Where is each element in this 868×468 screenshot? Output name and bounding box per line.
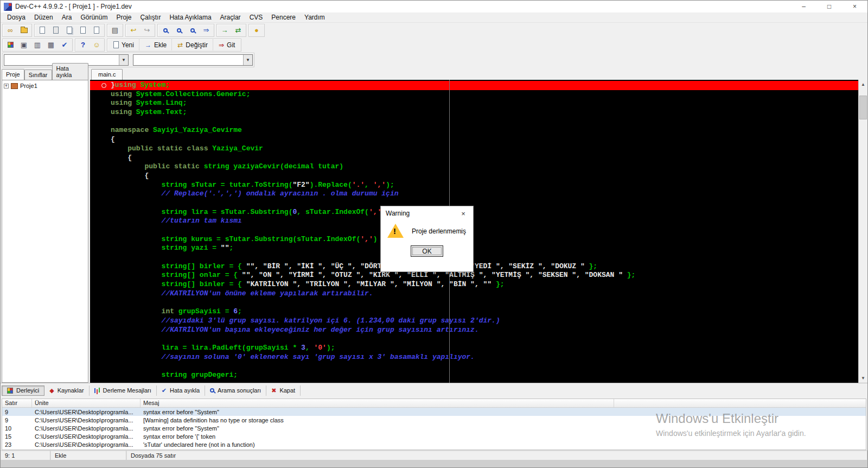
dialog-titlebar[interactable]: Warning × xyxy=(381,206,473,220)
menu-çalıştır[interactable]: Çalıştır xyxy=(136,12,165,22)
code-line[interactable]: using System.Text; xyxy=(111,108,858,117)
chevron-down-icon[interactable]: ▼ xyxy=(243,55,252,65)
code-line[interactable]: //KATRİLYON'un başına ekleyeceğiniz her … xyxy=(111,326,858,335)
menu-görünüm[interactable]: Görünüm xyxy=(76,12,112,22)
code-line[interactable]: string sTutar = tutar.ToString("F2").Rep… xyxy=(111,181,858,190)
copy-pages-button[interactable] xyxy=(63,24,76,36)
code-line[interactable]: string grupDegeri; xyxy=(111,371,858,380)
column-header-ünite[interactable]: Ünite xyxy=(32,399,141,407)
table-row[interactable]: 10C:\Users\USER\Desktop\programla...synt… xyxy=(2,424,866,432)
code-line[interactable]: //sayının soluna '0' eklenerek sayı 'gru… xyxy=(111,353,858,362)
close-page-button[interactable] xyxy=(76,24,90,36)
scroll-up-icon[interactable]: ▲ xyxy=(859,80,867,89)
code-line[interactable] xyxy=(111,117,858,127)
bottom-tab-kaynaklar[interactable]: ◆Kaynaklar xyxy=(44,385,89,396)
menu-ara[interactable]: Ara xyxy=(58,12,76,22)
code-line[interactable]: string[] binler = { "KATRİLYON ", "TRİLY… xyxy=(111,280,858,289)
project-tree[interactable]: +Proje1 xyxy=(2,80,88,383)
code-line[interactable]: namespace Sayiyi_Yaziya_Cevirme xyxy=(111,126,858,135)
code-line[interactable]: { xyxy=(111,135,858,144)
code-line[interactable]: string yazi = ""; xyxy=(111,244,858,253)
dialog-close-icon[interactable]: × xyxy=(454,206,473,220)
find-in-files-button[interactable] xyxy=(173,24,186,36)
about-button[interactable]: ☺ xyxy=(90,39,103,50)
code-line[interactable]: lira = lira.PadLeft(grupSayisi * 3, '0')… xyxy=(111,344,858,353)
değiştir-button[interactable]: ⇄Değiştir xyxy=(173,39,213,50)
git-button[interactable]: ⇒Git xyxy=(214,39,240,50)
code-area[interactable]: }using System;using System.Collections.G… xyxy=(111,80,858,383)
code-line[interactable]: using System.Linq; xyxy=(111,99,858,108)
menu-yardım[interactable]: Yardım xyxy=(300,12,329,22)
code-line[interactable]: //sayıdaki 3'lü grup sayısı. katrilyon i… xyxy=(111,317,858,326)
menu-düzen[interactable]: Düzen xyxy=(30,12,58,22)
table-row[interactable]: 9C:\Users\USER\Desktop\programla...[Warn… xyxy=(2,416,866,424)
code-line[interactable]: using System.Collections.Generic; xyxy=(111,90,858,99)
column-header-mesaj[interactable]: Mesaj xyxy=(141,399,614,407)
editor[interactable]: }using System;using System.Collections.G… xyxy=(90,80,867,383)
yeni-button[interactable]: Yeni xyxy=(108,39,139,50)
bottom-tab-kapat[interactable]: ✖Kapat xyxy=(266,385,301,396)
code-line[interactable]: string kurus = sTutar.Substring(sTutar.I… xyxy=(111,235,858,244)
code-line[interactable] xyxy=(111,199,858,208)
window-split-button[interactable]: ▦ xyxy=(44,39,58,50)
code-line[interactable]: int grupSayisi = 6; xyxy=(111,307,858,317)
code-line[interactable] xyxy=(111,362,858,371)
close-button[interactable]: × xyxy=(842,1,867,12)
code-line[interactable] xyxy=(111,253,858,262)
code-line[interactable]: //KATRİLYON'un önüne ekleme yapılarak ar… xyxy=(111,289,858,299)
code-line[interactable]: public static class Yaziya_Cevir xyxy=(111,144,858,154)
jump-back-button[interactable]: ⇄ xyxy=(232,24,245,36)
bottom-tab-derleyici[interactable]: Derleyici xyxy=(2,385,44,396)
minimize-button[interactable]: – xyxy=(791,1,816,12)
maximize-button[interactable]: □ xyxy=(816,1,842,12)
tree-item-proje1[interactable]: +Proje1 xyxy=(4,83,86,89)
code-line[interactable] xyxy=(111,226,858,235)
print-button[interactable]: ▤ xyxy=(108,24,122,36)
code-line[interactable]: //tutarın tam kısmı xyxy=(111,217,858,226)
table-row[interactable]: 23C:\Users\USER\Desktop\programla...'sTu… xyxy=(2,440,866,448)
redo-button[interactable]: ↪ xyxy=(141,24,154,36)
breakpoint-icon[interactable] xyxy=(101,83,106,88)
replace-button[interactable] xyxy=(186,24,199,36)
code-line[interactable]: string[] birler = { "", "BİR ", "İKİ ", … xyxy=(111,262,858,271)
code-line[interactable] xyxy=(111,299,858,308)
glasses-button[interactable]: ∞ xyxy=(4,24,17,36)
left-tab-sınıflar[interactable]: Sınıflar xyxy=(24,69,52,80)
goto-line-button[interactable]: ⇒ xyxy=(200,24,213,36)
menu-dosya[interactable]: Dosya xyxy=(3,12,30,22)
expander-icon[interactable]: + xyxy=(4,84,9,88)
table-row[interactable]: 9C:\Users\USER\Desktop\programla...synta… xyxy=(2,408,866,416)
new-project-button[interactable] xyxy=(4,39,17,50)
jump-forward-button[interactable]: → xyxy=(218,24,231,36)
syntax-check-button[interactable]: ✔ xyxy=(58,39,71,50)
find-button[interactable] xyxy=(159,24,172,36)
code-line[interactable]: { xyxy=(111,154,858,163)
menu-proje[interactable]: Proje xyxy=(112,12,136,22)
tab-main-c[interactable]: main.c xyxy=(91,69,123,80)
left-tab-hata-ayıkla[interactable]: Hata ayıkla xyxy=(52,63,88,80)
new-source-button[interactable] xyxy=(36,24,49,36)
ekle-button[interactable]: →Ekle xyxy=(140,39,172,50)
code-line[interactable] xyxy=(111,334,858,344)
column-header-satır[interactable]: Satır xyxy=(2,399,32,407)
help-button[interactable]: ? xyxy=(76,39,90,50)
scrollbar-track[interactable] xyxy=(859,89,867,374)
undo-button[interactable]: ↩ xyxy=(127,24,140,36)
window-tile-button[interactable]: ▣ xyxy=(17,39,30,50)
star-page-button[interactable] xyxy=(90,24,103,36)
bottom-tab-arama-sonuçları[interactable]: Arama sonuçları xyxy=(205,385,266,396)
blank-page-button[interactable] xyxy=(49,24,62,36)
code-line[interactable]: public static string yaziyaCevir(decimal… xyxy=(111,162,858,172)
scrollbar-thumb[interactable] xyxy=(859,96,867,119)
window-cascade-button[interactable]: ▥ xyxy=(31,39,44,50)
ok-button[interactable]: OK xyxy=(411,245,443,257)
menu-cvs[interactable]: CVS xyxy=(245,12,267,22)
profile-button[interactable]: ● xyxy=(250,24,263,36)
code-line[interactable]: }using System; xyxy=(111,81,858,90)
editor-gutter[interactable] xyxy=(90,80,111,383)
chevron-down-icon[interactable]: ▼ xyxy=(119,55,128,65)
code-line[interactable]: { xyxy=(111,172,858,181)
code-line[interactable]: string lira = sTutar.Substring(0, sTutar… xyxy=(111,208,858,217)
editor-scrollbar[interactable]: ▲ ▼ xyxy=(858,80,867,383)
bottom-tab-derleme-mesajları[interactable]: Derleme Mesajları xyxy=(90,385,157,396)
